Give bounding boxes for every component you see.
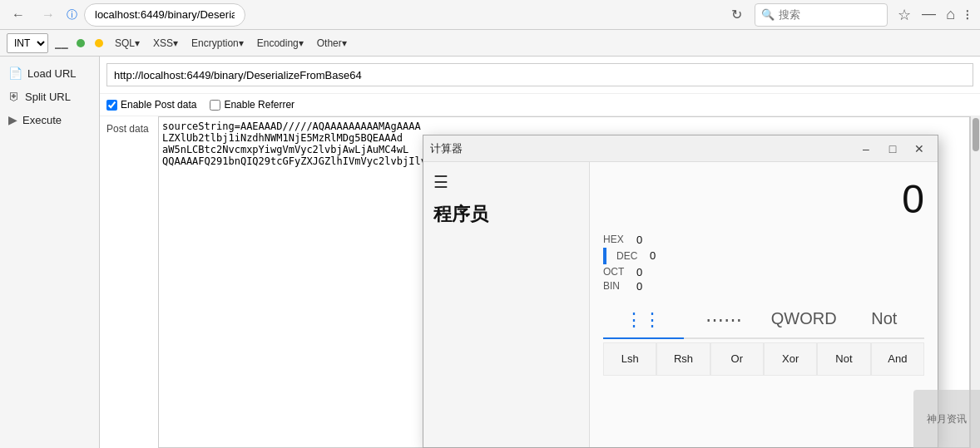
tab-qword[interactable]: QWORD <box>764 303 844 339</box>
address-bar[interactable] <box>84 3 245 27</box>
bin-label: BIN <box>603 280 630 292</box>
url-input-row <box>100 57 980 94</box>
hamburger-icon[interactable]: ☰ <box>433 172 579 192</box>
browser-bar: ← → ⓘ ↻ 🔍 ☆ ⸻ ⌂ ⁝ <box>0 0 980 30</box>
execute-label: Execute <box>22 114 62 126</box>
calc-body: ☰ 程序员 0 HEX 0 DEC 0 OCT 0 <box>423 162 938 447</box>
load-url-label: Load URL <box>27 67 77 80</box>
watermark: 神月资讯 <box>913 390 980 448</box>
hex-label: HEX <box>603 234 630 245</box>
calculator-window: 计算器 – □ ✕ ☰ 程序员 0 HEX 0 DEC <box>423 135 938 448</box>
rsh-button[interactable]: Rsh <box>656 342 710 376</box>
calc-mode-title: 程序员 <box>433 202 579 227</box>
options-row: Enable Post data Enable Referrer <box>100 94 980 116</box>
dec-value: 0 <box>650 249 656 262</box>
enable-referrer-checkbox[interactable] <box>210 100 220 111</box>
dec-bar <box>603 248 606 264</box>
scroll-thumb <box>973 118 979 151</box>
back-button[interactable]: ← <box>7 3 30 27</box>
sidebar-item-execute[interactable]: ▶ Execute <box>3 110 96 130</box>
not-button[interactable]: Not <box>817 342 870 376</box>
bin-row: BIN 0 <box>603 280 924 293</box>
other-button[interactable]: Other▾ <box>314 36 350 51</box>
toolbar: INT ⎯⎯ SQL▾ XSS▾ Encryption▾ Encoding▾ O… <box>0 30 980 57</box>
calc-tabs: ⋮⋮ ⋯⋯ QWORD Not <box>603 303 924 339</box>
calc-right: 0 HEX 0 DEC 0 OCT 0 BIN 0 <box>590 162 938 447</box>
calc-title: 计算器 <box>430 141 463 156</box>
post-data-label: Post data <box>100 116 158 448</box>
calc-left-panel: ☰ 程序员 <box>423 162 590 447</box>
xor-button[interactable]: Xor <box>764 342 817 376</box>
close-button[interactable]: ✕ <box>908 140 931 158</box>
hex-info: HEX 0 DEC 0 OCT 0 BIN 0 <box>603 234 924 293</box>
info-icon: ⓘ <box>67 7 77 22</box>
oct-value: 0 <box>636 266 642 278</box>
tab-standard[interactable]: ⋮⋮ <box>603 303 684 339</box>
encryption-button[interactable]: Encryption▾ <box>188 36 247 51</box>
oct-label: OCT <box>603 266 630 278</box>
calc-display: 0 <box>603 169 924 230</box>
browser-actions: ☆ ⸻ ⌂ ⁝ <box>894 4 973 26</box>
reload-button[interactable]: ↻ <box>725 3 748 27</box>
bin-value: 0 <box>636 280 642 293</box>
window-buttons: – □ ✕ <box>854 140 931 158</box>
enable-post-checkbox[interactable] <box>106 100 117 111</box>
int-select[interactable]: INT <box>7 33 48 53</box>
load-url-icon: 📄 <box>8 66 22 80</box>
sidebar-item-split-url[interactable]: ⛨ Split URL <box>3 86 96 106</box>
calc-buttons: Lsh Rsh Or Xor Not And <box>603 342 924 376</box>
tab-programmer[interactable]: ⋯⋯ <box>684 303 765 339</box>
hex-value: 0 <box>636 234 642 246</box>
split-url-icon: ⛨ <box>8 90 20 103</box>
execute-icon: ▶ <box>8 113 17 126</box>
home-icon[interactable]: ⌂ <box>943 4 958 25</box>
enable-referrer-label[interactable]: Enable Referrer <box>210 99 294 111</box>
side-panel: 📄 Load URL ⛨ Split URL ▶ Execute <box>0 57 100 448</box>
star-icon[interactable]: ☆ <box>894 4 914 26</box>
enable-post-label[interactable]: Enable Post data <box>106 99 196 111</box>
split-url-label: Split URL <box>25 91 71 103</box>
green-indicator <box>77 39 85 47</box>
encoding-button[interactable]: Encoding▾ <box>254 36 307 51</box>
dec-row: DEC 0 <box>603 248 924 264</box>
sidebar-item-load-url[interactable]: 📄 Load URL <box>3 63 96 83</box>
or-button[interactable]: Or <box>710 342 764 376</box>
maximize-button[interactable]: □ <box>881 140 904 158</box>
search-input[interactable] <box>755 3 888 27</box>
tab-not[interactable]: Not <box>844 303 925 339</box>
and-button[interactable]: And <box>871 342 924 376</box>
calc-titlebar: 计算器 – □ ✕ <box>423 135 938 162</box>
download-icon[interactable]: ⸻ <box>918 4 939 25</box>
minimize-button[interactable]: – <box>854 140 878 158</box>
hex-row: HEX 0 <box>603 234 924 246</box>
forward-button[interactable]: → <box>37 3 60 27</box>
xss-button[interactable]: XSS▾ <box>150 36 181 51</box>
oct-row: OCT 0 <box>603 266 924 278</box>
menu-icon[interactable]: ⁝ <box>962 4 973 26</box>
button-row: Lsh Rsh Or Xor Not And <box>603 342 924 376</box>
sql-button[interactable]: SQL▾ <box>111 36 143 51</box>
lsh-button[interactable]: Lsh <box>603 342 656 376</box>
url-field[interactable] <box>106 63 973 86</box>
yellow-indicator <box>95 39 103 47</box>
dec-label: DEC <box>616 250 643 262</box>
